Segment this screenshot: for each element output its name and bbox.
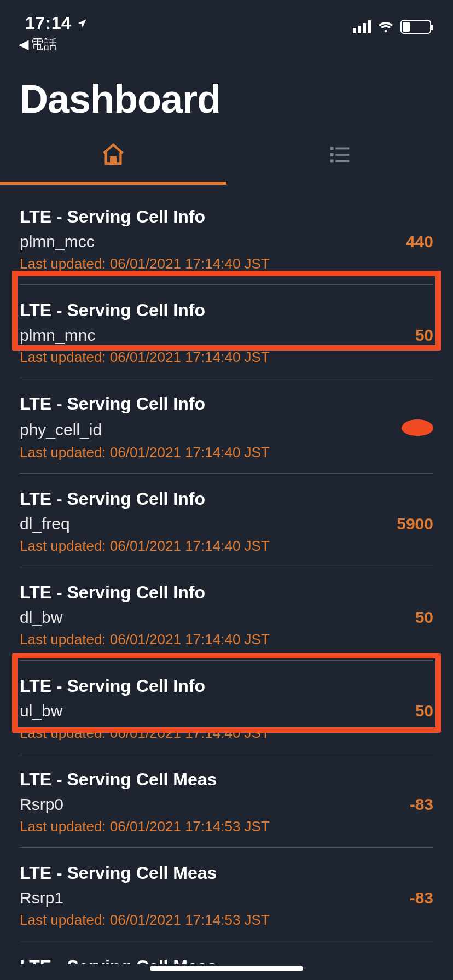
item-category: LTE - Serving Cell Info [20, 582, 433, 603]
item-value: -83 [410, 795, 433, 814]
item-category: LTE - Serving Cell Meas [20, 956, 433, 964]
item-updated: Last updated: 06/01/2021 17:14:53 JST [20, 912, 433, 929]
list-icon [327, 142, 352, 167]
svg-rect-1 [335, 148, 349, 150]
list-item[interactable]: LTE - Serving Cell Info plmn_mcc 440 Las… [20, 185, 433, 285]
back-caret-icon: ◀ [19, 38, 28, 51]
home-icon [101, 142, 126, 167]
item-category: LTE - Serving Cell Info [20, 207, 433, 227]
item-updated: Last updated: 06/01/2021 17:14:40 JST [20, 444, 433, 461]
status-bar-left: 17:14 ◀ 電話 [25, 13, 88, 53]
svg-rect-5 [335, 160, 349, 162]
item-category: LTE - Serving Cell Meas [20, 769, 433, 790]
item-value: -83 [410, 889, 433, 907]
status-bar: 17:14 ◀ 電話 [0, 0, 453, 49]
item-updated: Last updated: 06/01/2021 17:14:40 JST [20, 631, 433, 648]
svg-rect-0 [330, 147, 334, 150]
tab-bar [0, 127, 453, 182]
item-updated: Last updated: 06/01/2021 17:14:40 JST [20, 255, 433, 272]
svg-rect-2 [330, 153, 334, 156]
item-category: LTE - Serving Cell Info [20, 676, 433, 696]
item-param: phy_cell_id [20, 421, 102, 439]
item-param: plmn_mcc [20, 232, 95, 251]
list-item[interactable]: LTE - Serving Cell Info ul_bw 50 Last up… [20, 661, 433, 754]
item-category: LTE - Serving Cell Meas [20, 863, 433, 883]
item-value: 5900 [397, 515, 433, 533]
back-app-label: 電話 [31, 36, 57, 53]
list-item[interactable]: LTE - Serving Cell Meas Rsrp1 -83 Last u… [20, 848, 433, 941]
status-time: 17:14 [25, 13, 71, 33]
item-param: Rsrp0 [20, 795, 63, 814]
metrics-list[interactable]: LTE - Serving Cell Info plmn_mcc 440 Las… [0, 185, 453, 964]
item-param: dl_freq [20, 515, 70, 533]
list-item[interactable]: LTE - Serving Cell Info dl_freq 5900 Las… [20, 474, 433, 567]
item-updated: Last updated: 06/01/2021 17:14:40 JST [20, 538, 433, 555]
item-value: 440 [406, 232, 433, 251]
list-item[interactable]: LTE - Serving Cell Info plmn_mnc 50 Last… [20, 285, 433, 378]
item-value: 50 [415, 608, 433, 627]
item-value-redacted [402, 419, 433, 440]
svg-rect-3 [335, 154, 349, 156]
page-title: Dashboard [20, 77, 453, 121]
item-param: Rsrp1 [20, 889, 63, 907]
list-item[interactable]: LTE - Serving Cell Meas Rsrp0 -83 Last u… [20, 754, 433, 848]
list-item-cutoff[interactable]: LTE - Serving Cell Meas [20, 941, 433, 964]
item-updated: Last updated: 06/01/2021 17:14:53 JST [20, 818, 433, 835]
item-param: dl_bw [20, 608, 62, 627]
cellular-signal-icon [353, 20, 371, 33]
back-to-app[interactable]: ◀ 電話 [19, 36, 88, 53]
tab-list[interactable] [226, 127, 453, 182]
status-bar-right [353, 13, 431, 34]
home-indicator[interactable] [150, 966, 303, 971]
list-item[interactable]: LTE - Serving Cell Info phy_cell_id Last… [20, 378, 433, 474]
item-param: ul_bw [20, 702, 62, 720]
redaction-blob [402, 419, 433, 436]
svg-rect-4 [330, 160, 334, 163]
wifi-icon [378, 20, 394, 33]
item-updated: Last updated: 06/01/2021 17:14:40 JST [20, 349, 433, 366]
list-item[interactable]: LTE - Serving Cell Info dl_bw 50 Last up… [20, 567, 433, 661]
location-icon [77, 18, 88, 29]
item-param: plmn_mnc [20, 326, 95, 345]
battery-icon [400, 20, 431, 34]
item-value: 50 [415, 702, 433, 720]
item-category: LTE - Serving Cell Info [20, 300, 433, 320]
item-value: 50 [415, 326, 433, 345]
item-updated: Last updated: 06/01/2021 17:14:40 JST [20, 725, 433, 742]
item-category: LTE - Serving Cell Info [20, 489, 433, 509]
tab-home[interactable] [0, 127, 226, 182]
item-category: LTE - Serving Cell Info [20, 394, 433, 414]
